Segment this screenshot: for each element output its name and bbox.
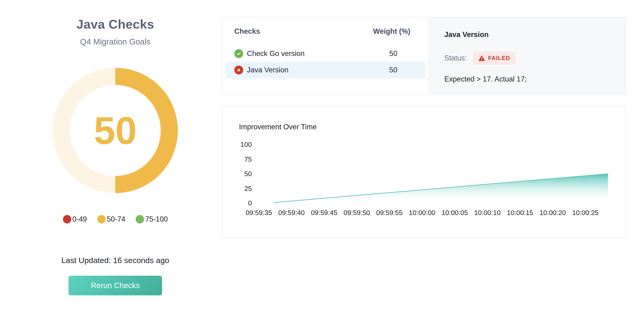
x-circle-icon bbox=[234, 66, 243, 74]
checks-table: Checks Weight (%) Check Go version 50 Ja… bbox=[222, 17, 428, 94]
x-tick: 10:00:25 bbox=[569, 209, 602, 217]
x-tick: 10:00:20 bbox=[536, 209, 569, 217]
legend-label: 50-74 bbox=[107, 215, 125, 223]
area-chart bbox=[222, 106, 625, 238]
checks-column-header: Checks bbox=[234, 27, 367, 36]
check-detail-panel: Java Version Status: FAILED Expected > 1… bbox=[428, 17, 625, 94]
x-axis: 09:59:35 09:59:40 09:59:45 09:59:50 09:5… bbox=[242, 209, 602, 217]
legend-item-high: 75-100 bbox=[136, 215, 168, 223]
x-tick: 09:59:40 bbox=[275, 209, 308, 217]
gauge-score-value: 50 bbox=[51, 66, 180, 195]
legend-item-low: 0-49 bbox=[63, 215, 87, 223]
check-name: Check Go version bbox=[247, 49, 304, 58]
table-row-check-go-version[interactable]: Check Go version 50 bbox=[226, 45, 425, 62]
red-dot-icon bbox=[63, 215, 71, 223]
legend-label: 0-49 bbox=[72, 215, 87, 223]
score-legend: 0-49 50-74 75-100 bbox=[63, 215, 168, 223]
check-name: Java Version bbox=[247, 66, 288, 74]
x-tick: 10:00:05 bbox=[438, 209, 471, 217]
checks-card: Checks Weight (%) Check Go version 50 Ja… bbox=[222, 17, 626, 95]
legend-item-mid: 50-74 bbox=[97, 215, 125, 223]
rerun-checks-button[interactable]: Rerun Checks bbox=[68, 276, 162, 295]
check-name-cell: Java Version bbox=[234, 66, 370, 74]
detail-title: Java Version bbox=[444, 31, 609, 39]
last-updated-text: Last Updated: 16 seconds ago bbox=[61, 256, 169, 265]
x-tick: 09:59:45 bbox=[308, 209, 340, 217]
score-gauge: 50 bbox=[51, 66, 180, 195]
improvement-chart-card: Improvement Over Time 100 75 50 25 0 09:… bbox=[222, 106, 626, 238]
x-tick: 09:59:55 bbox=[373, 209, 406, 217]
score-panel: Java Checks Q4 Migration Goals 50 0-49 5… bbox=[31, 14, 200, 295]
table-row-java-version[interactable]: Java Version 50 bbox=[226, 62, 425, 78]
check-weight: 50 bbox=[370, 66, 416, 74]
detail-message: Expected > 17. Actual 17; bbox=[444, 75, 609, 83]
status-line: Status: FAILED bbox=[444, 52, 609, 65]
x-tick: 10:00:15 bbox=[504, 209, 536, 217]
warning-triangle-icon bbox=[478, 55, 485, 61]
page-subtitle: Q4 Migration Goals bbox=[80, 37, 150, 46]
checks-table-header: Checks Weight (%) bbox=[222, 27, 428, 36]
check-circle-icon bbox=[234, 49, 243, 58]
check-name-cell: Check Go version bbox=[234, 49, 370, 58]
yellow-dot-icon bbox=[97, 215, 106, 223]
check-weight: 50 bbox=[370, 49, 416, 58]
status-badge: FAILED bbox=[473, 52, 516, 65]
weight-column-header: Weight (%) bbox=[367, 27, 416, 36]
page-title: Java Checks bbox=[76, 17, 154, 31]
status-badge-text: FAILED bbox=[488, 55, 510, 61]
x-tick: 10:00:10 bbox=[471, 209, 504, 217]
x-tick: 09:59:35 bbox=[242, 209, 275, 217]
status-label: Status: bbox=[444, 54, 467, 62]
x-tick: 10:00:00 bbox=[406, 209, 438, 217]
green-dot-icon bbox=[136, 215, 144, 223]
legend-label: 75-100 bbox=[145, 215, 168, 223]
x-tick: 09:59:50 bbox=[340, 209, 373, 217]
